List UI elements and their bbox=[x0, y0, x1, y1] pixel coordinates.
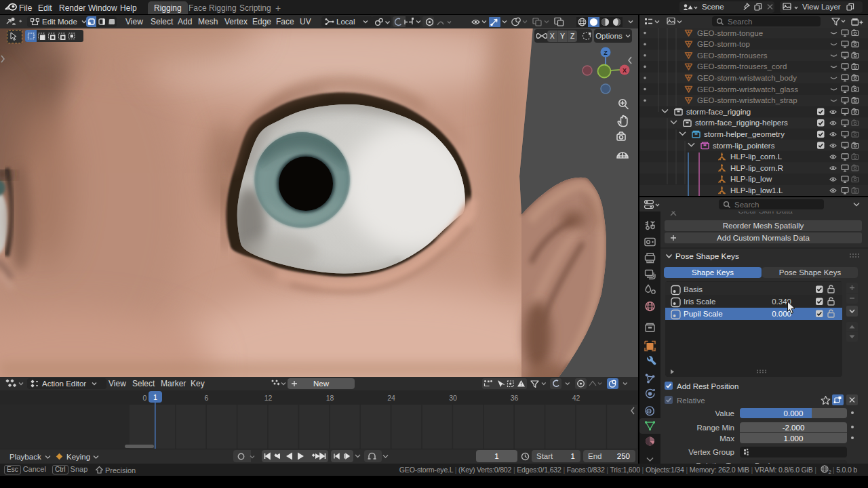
svg-text:36: 36 bbox=[511, 394, 519, 402]
svg-text:0: 0 bbox=[143, 394, 147, 402]
svg-text:storm-face_rigging: storm-face_rigging bbox=[686, 108, 751, 116]
svg-text:GEO-storm-trousers_cord: GEO-storm-trousers_cord bbox=[697, 62, 787, 70]
svg-text:HLP-lip_corn.L: HLP-lip_corn.L bbox=[730, 152, 783, 161]
svg-text:GEO-storm-wristwatch_strap: GEO-storm-wristwatch_strap bbox=[697, 96, 797, 104]
svg-text:2: 2 bbox=[828, 469, 831, 474]
svg-text:HLP-lip_low: HLP-lip_low bbox=[730, 175, 772, 183]
svg-text:GEO-storm-top: GEO-storm-top bbox=[697, 40, 750, 48]
svg-text:12: 12 bbox=[264, 394, 273, 402]
svg-text:GEO-storm-wristwatch_body: GEO-storm-wristwatch_body bbox=[697, 74, 797, 82]
svg-text:HLP-lip_low1.L: HLP-lip_low1.L bbox=[730, 186, 783, 195]
svg-text:18: 18 bbox=[326, 394, 334, 402]
svg-text:30: 30 bbox=[449, 394, 457, 402]
svg-text:GEO-storm-wristwatch_glass: GEO-storm-wristwatch_glass bbox=[697, 85, 798, 94]
svg-text:HLP-lip_corn.R: HLP-lip_corn.R bbox=[730, 164, 783, 172]
svg-text:Iris Scale: Iris Scale bbox=[684, 298, 715, 306]
svg-text:Basis: Basis bbox=[684, 285, 703, 293]
svg-text:GEO-storm-trousers: GEO-storm-trousers bbox=[697, 52, 768, 60]
svg-text:24: 24 bbox=[387, 394, 395, 402]
svg-text:1: 1 bbox=[153, 393, 157, 401]
svg-text:storm-lip_pointers: storm-lip_pointers bbox=[713, 142, 775, 150]
svg-text:storm-helper_geometry: storm-helper_geometry bbox=[704, 130, 785, 138]
svg-text:GEO-storm-tongue: GEO-storm-tongue bbox=[697, 29, 763, 37]
svg-text:Pupil Scale: Pupil Scale bbox=[684, 310, 723, 318]
svg-text:X: X bbox=[623, 67, 627, 74]
svg-text:storm-face_rigging-helpers: storm-face_rigging-helpers bbox=[695, 119, 788, 127]
svg-text:42: 42 bbox=[572, 394, 580, 402]
svg-text:6: 6 bbox=[205, 394, 209, 402]
svg-text:Z: Z bbox=[604, 49, 608, 56]
